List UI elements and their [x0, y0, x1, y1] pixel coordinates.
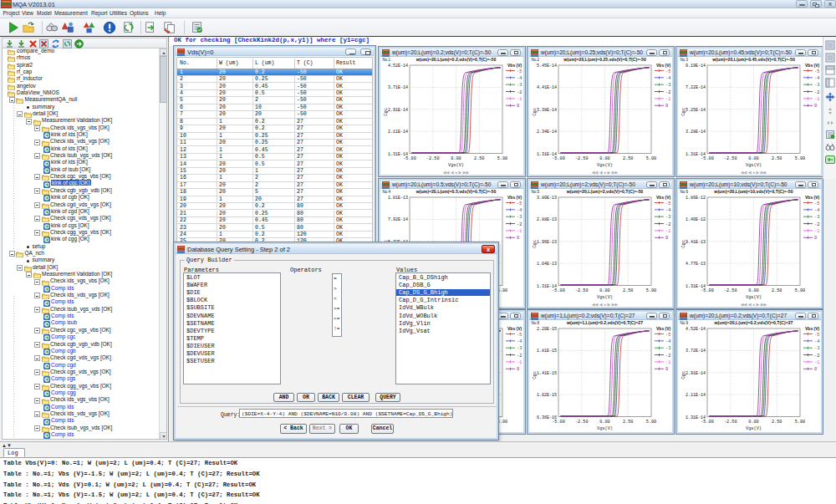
svg-text:-2.50: -2.50: [724, 420, 737, 425]
svg-text:-5: -5: [814, 201, 819, 206]
svg-text:-5.00: -5.00: [552, 288, 565, 293]
svg-text:w(um)=20,L(um)=0.2,vds(V)=0,T(: w(um)=20,L(um)=0.2,vds(V)=0,T(C)=27: [714, 320, 793, 325]
svg-text:◀◀ ◀ ● ▶ ▶▶: ◀◀ ◀ ● ▶ ▶▶: [741, 302, 767, 307]
svg-text:2.50: 2.50: [772, 156, 782, 161]
svg-text:-4: -4: [665, 339, 670, 344]
svg-text:5.00: 5.00: [795, 420, 805, 425]
svg-text:0.00: 0.00: [599, 420, 609, 425]
svg-text:-3: -3: [517, 215, 522, 220]
svg-text:5.00: 5.00: [646, 420, 656, 425]
svg-text:0.00: 0.00: [748, 288, 758, 293]
svg-text:2.88E-13: 2.88E-13: [537, 217, 557, 222]
svg-text:0.00: 0.00: [451, 156, 461, 161]
svg-text:-3: -3: [517, 83, 522, 88]
svg-text:Cgc: Cgc: [533, 240, 538, 248]
svg-text:-2: -2: [517, 222, 522, 227]
svg-text:4.41E-14: 4.41E-14: [537, 85, 557, 90]
svg-text:0: 0: [814, 367, 817, 372]
svg-text:-1: -1: [814, 229, 819, 234]
svg-text:2.50: 2.50: [623, 288, 633, 293]
svg-text:Vgs(V): Vgs(V): [597, 163, 613, 168]
svg-text:2.20E-15: 2.20E-15: [537, 327, 557, 332]
svg-text:3.28E-14: 3.28E-14: [686, 130, 706, 135]
svg-text:-5: -5: [665, 333, 670, 338]
svg-text:Cgc: Cgc: [681, 371, 686, 379]
svg-text:-2: -2: [517, 354, 522, 359]
svg-text:-5.00: -5.00: [552, 156, 565, 161]
svg-text:-2: -2: [814, 354, 819, 359]
svg-text:Vbs (V): Vbs (V): [805, 63, 820, 68]
svg-text:3.80E-13: 3.80E-13: [537, 196, 557, 201]
svg-text:7.22E-14: 7.22E-14: [686, 85, 706, 90]
svg-text:-2.50: -2.50: [575, 288, 589, 293]
svg-text:3.38E-14: 3.38E-14: [537, 108, 557, 113]
svg-text:1.41E-15: 1.41E-15: [537, 371, 557, 376]
svg-text:1.01E-13: 1.01E-13: [388, 196, 408, 201]
svg-text:Cgc: Cgc: [533, 108, 538, 116]
svg-text:Vbs (V): Vbs (V): [507, 63, 522, 68]
svg-text:-5.00: -5.00: [552, 420, 565, 425]
svg-text:Vbs (V): Vbs (V): [507, 326, 522, 331]
svg-text:◀◀ ◀ ● ▶ ▶▶: ◀◀ ◀ ● ▶ ▶▶: [592, 433, 619, 434]
svg-text:4.52E-14: 4.52E-14: [686, 327, 706, 332]
svg-text:-1: -1: [517, 360, 522, 365]
svg-text:7.92E-14: 7.92E-14: [388, 217, 408, 222]
svg-text:-2.50: -2.50: [724, 156, 737, 161]
svg-text:-1: -1: [665, 360, 670, 365]
svg-text:-4: -4: [517, 208, 522, 213]
svg-text:No.3: No.3: [681, 58, 689, 62]
svg-text:2.50: 2.50: [623, 420, 633, 425]
svg-text:Vgs(V): Vgs(V): [746, 426, 762, 431]
svg-text:-5.00: -5.00: [701, 288, 714, 293]
svg-text:-2: -2: [665, 354, 670, 359]
svg-text:-3: -3: [814, 215, 819, 220]
svg-text:9.19E-14: 9.19E-14: [686, 64, 706, 69]
svg-text:5.00: 5.00: [646, 288, 656, 293]
svg-text:-5.00: -5.00: [701, 420, 714, 425]
svg-text:Cgc: Cgc: [681, 108, 686, 116]
svg-text:-4: -4: [814, 76, 819, 81]
svg-text:Vbs (V): Vbs (V): [805, 195, 820, 200]
svg-text:Vgs(V): Vgs(V): [746, 295, 762, 300]
svg-text:◀◀ ◀ ● ▶ ▶▶: ◀◀ ◀ ● ▶ ▶▶: [443, 170, 470, 175]
svg-text:◀◀ ◀ ● ▶ ▶▶: ◀◀ ◀ ● ▶ ▶▶: [741, 170, 767, 175]
svg-text:Vbs (V): Vbs (V): [507, 195, 522, 200]
svg-text:1.40E-12: 1.40E-12: [686, 217, 706, 222]
svg-text:w(um)=20,L(um)=0.45,vds(V)=0,T: w(um)=20,L(um)=0.45,vds(V)=0,T(C)=-50: [711, 57, 795, 62]
svg-text:-5: -5: [814, 69, 819, 74]
svg-text:-5: -5: [814, 333, 819, 338]
svg-text:-2.50: -2.50: [724, 288, 737, 293]
svg-text:0.00: 0.00: [599, 156, 609, 161]
svg-text:-1: -1: [665, 97, 670, 102]
svg-text:5.00: 5.00: [795, 156, 805, 161]
svg-text:3.71E-14: 3.71E-14: [388, 85, 408, 90]
svg-text:w(um)=1,L(um)=0.2,vds(V)=0,T(C: w(um)=1,L(um)=0.2,vds(V)=0,T(C)=27: [566, 320, 643, 325]
svg-text:-1: -1: [814, 97, 819, 102]
svg-text:Vbs (V): Vbs (V): [805, 326, 820, 331]
svg-text:Vbs (V): Vbs (V): [656, 195, 671, 200]
svg-text:1.81E-15: 1.81E-15: [537, 349, 557, 354]
svg-text:-4: -4: [814, 208, 819, 213]
svg-text:Cgc: Cgc: [533, 371, 538, 379]
svg-text:w(um)=20,L(um)=0.5,vds(V)=0,T(: w(um)=20,L(um)=0.5,vds(V)=0,T(C)=-50: [415, 189, 497, 194]
svg-text:-2.50: -2.50: [575, 156, 589, 161]
svg-text:-2: -2: [665, 90, 670, 95]
svg-text:-3: -3: [665, 215, 670, 220]
svg-text:9.41E-13: 9.41E-13: [686, 240, 706, 245]
svg-text:No.5: No.5: [532, 190, 540, 194]
svg-text:-3: -3: [665, 83, 670, 88]
svg-text:-1: -1: [517, 229, 522, 234]
svg-text:2.50: 2.50: [623, 156, 633, 161]
svg-text:0: 0: [517, 236, 519, 241]
svg-text:-1: -1: [665, 229, 670, 234]
svg-text:2.50: 2.50: [474, 156, 484, 161]
svg-text:2.50: 2.50: [772, 288, 782, 293]
svg-text:-5: -5: [517, 333, 522, 338]
svg-text:5.45E-14: 5.45E-14: [537, 64, 557, 69]
svg-text:-2.50: -2.50: [426, 156, 440, 161]
svg-text:No.1: No.1: [383, 58, 391, 62]
svg-text:Vgs(V): Vgs(V): [448, 163, 464, 168]
svg-text:-3: -3: [814, 83, 819, 88]
svg-text:No.6: No.6: [681, 190, 689, 194]
svg-text:◀◀ ◀ ● ▶ ▶▶: ◀◀ ◀ ● ▶ ▶▶: [592, 170, 619, 175]
